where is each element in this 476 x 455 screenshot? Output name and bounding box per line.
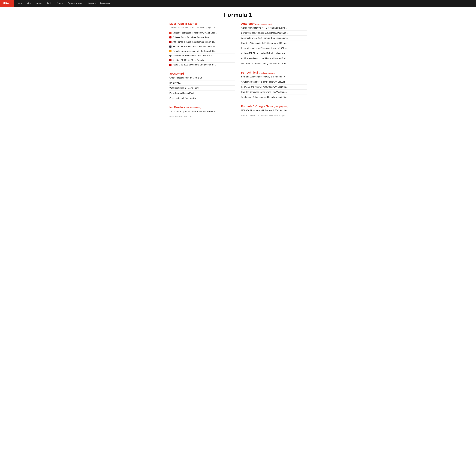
section-title-f1technical[interactable]: F1 Technical (241, 71, 258, 74)
list-item: MDLBEAST partners with Formula 1 STC Sau… (241, 108, 307, 113)
left-column: Most Popular StoriesThe most popular For… (169, 22, 235, 124)
story-link[interactable]: Austrian GP 2019 – FP1 – Results (173, 59, 204, 61)
nav-item-tech[interactable]: Tech▾ (44, 0, 55, 7)
chevron-down-icon: ▾ (109, 3, 110, 4)
favicon-icon (169, 41, 171, 43)
nav-link-news[interactable]: News▾ (33, 0, 44, 7)
story-link[interactable]: Alpine A521 F1 car unveiled following wi… (241, 52, 287, 54)
nav-menu: HomeViralNews▾Tech▾SportsEntertainment▾L… (14, 0, 112, 7)
story-link[interactable]: Brivio: "Not easy" leaving Suzuki MotoGP… (241, 32, 288, 34)
nav-item-home[interactable]: Home (14, 0, 25, 7)
section-title-autosport[interactable]: Auto Sport (241, 22, 256, 25)
chevron-down-icon: ▾ (52, 3, 52, 4)
story-link[interactable]: Pedro Diniz 2021 Beyond the Grid podcast… (173, 64, 216, 66)
list-item: Chinese Grand Prix - Free Practice Two (169, 35, 235, 40)
nav-item-business[interactable]: Business▾ (98, 0, 112, 7)
story-link[interactable]: Vettel confirmed at Racing Point (169, 87, 199, 89)
list-item: Hamilton dominates Qatar Grand Prix, Ver… (241, 89, 307, 95)
list-item: Mercedes confesses to hiding new W12 F1 … (241, 61, 307, 66)
list-item: Mercedes confesses to hiding new W12 F1 … (169, 31, 235, 35)
right-column: Auto Sport(www.autosport.com)Alonso "com… (241, 22, 307, 124)
story-link[interactable]: Verstappen, Bottas penalised for yellow … (241, 96, 287, 98)
list-item: Green Notebook from the Côte-d'Or (169, 75, 235, 81)
nav-link-home[interactable]: Home (14, 0, 25, 7)
list-item: Brivio: "Not easy" leaving Suzuki MotoGP… (241, 31, 307, 36)
story-link[interactable]: Hamilton dominates Qatar Grand Prix, Ver… (241, 91, 287, 93)
list-item: Frank Williams: 1942-2021 (169, 114, 235, 119)
section-joesaward: JoesawardGreen Notebook from the Côte-d'… (169, 72, 235, 101)
story-link[interactable]: MDLBEAST partners with Formula 1 STC Sau… (241, 109, 289, 112)
favicon-icon (169, 36, 171, 39)
nav-link-business[interactable]: Business▾ (98, 0, 112, 7)
list-item: Pedro Diniz 2021 Beyond the Grid podcast… (169, 63, 235, 67)
story-link[interactable]: Alfa Romeo extends its partnership with … (173, 41, 216, 43)
nav-item-lifestyle[interactable]: Lifestyle▾ (84, 0, 98, 7)
favicon-icon (169, 55, 171, 57)
list-item: Alonso "completely fit" for F1 testing a… (241, 25, 307, 31)
story-link[interactable]: Kvyat joins Alpine as F1 reserve driver … (241, 47, 288, 49)
story-link[interactable]: Sir Frank Williams passes away at the ag… (241, 76, 285, 78)
story-link[interactable]: FP3: Bottas tops final practice as Merce… (173, 45, 217, 48)
nav-link-tech[interactable]: Tech▾ (44, 0, 55, 7)
list-item: FP3: Bottas tops final practice as Merce… (169, 44, 235, 49)
list-item: Horner: 'In Formula 1 we don't save live… (241, 113, 307, 118)
list-item: Sir Frank Williams passes away at the ag… (241, 74, 307, 79)
story-link[interactable]: Horner: 'In Formula 1 we don't save live… (241, 114, 288, 117)
story-link[interactable]: Alfa Romeo extends its partnership with … (241, 81, 285, 83)
story-link[interactable]: Frank Williams: 1942-2021 (169, 115, 194, 118)
list-item: Alpine A521 F1 car unveiled following wi… (241, 51, 307, 56)
nav-item-news[interactable]: News▾ (33, 0, 44, 7)
plain-list-autosport: Alonso "completely fit" for F1 testing a… (241, 25, 307, 66)
list-item: Green Notebook from Virgilio (169, 96, 235, 101)
favicon-icon (169, 64, 171, 66)
story-link[interactable]: Williams to reveal 2021 Formula 1 car us… (241, 37, 288, 39)
section-url-f1googlenews: (news.google.com) (274, 106, 288, 108)
story-link[interactable]: Wolff: Mercedes won't be "flirting" with… (241, 57, 287, 59)
section-title-joesaward[interactable]: Joesaward (169, 72, 184, 75)
section-title-no-fenders[interactable]: No Fenders (169, 106, 185, 109)
story-link[interactable]: Mercedes confesses to hiding new W12 F1 … (241, 62, 288, 65)
section-description-most-popular: The most popular Formula 1 stories on Al… (169, 26, 235, 29)
plain-list-no-fenders: Two Thumbs Up for Sir Lewis, Rossi Races… (169, 109, 235, 119)
story-link[interactable]: I'm moving... (169, 82, 181, 84)
story-link[interactable]: Hamilton: Winning eighth F1 title or not… (241, 42, 287, 44)
story-link[interactable]: Chinese Grand Prix - Free Practice Two (173, 36, 209, 39)
story-link[interactable]: Two Thumbs Up for Sir Lewis, Rossi Races… (169, 110, 218, 113)
nav-link-entertainment[interactable]: Entertainment▾ (65, 0, 84, 7)
list-item: Formula 1 and MotoGP renew deal with Spa… (241, 84, 307, 89)
nav-link-lifestyle[interactable]: Lifestyle▾ (84, 0, 98, 7)
favicon-icon (169, 59, 171, 61)
section-url-autosport: (www.autosport.com) (257, 23, 272, 25)
list-item: Two Thumbs Up for Sir Lewis, Rossi Races… (169, 109, 235, 114)
nav-item-entertainment[interactable]: Entertainment▾ (65, 0, 84, 7)
list-item: Perez leaving Racing Point (169, 91, 235, 96)
list-item: Verstappen, Bottas penalised for yellow … (241, 95, 307, 100)
content-wrapper: Most Popular StoriesThe most popular For… (166, 22, 310, 130)
section-no-fenders: No Fenders(www.nofenders.net)Two Thumbs … (169, 105, 235, 119)
story-link[interactable]: Perez leaving Racing Point (169, 92, 194, 94)
list-item: Vettel confirmed at Racing Point (169, 86, 235, 91)
navbar: AllTop HomeViralNews▾Tech▾SportsEntertai… (0, 0, 476, 7)
section-title-f1googlenews[interactable]: Formula 1 Google News (241, 105, 273, 108)
list-item: Why Michael Schumacher Could Win The 201… (169, 53, 235, 58)
story-link[interactable]: Formula 1 renews its deal with the Spani… (173, 50, 216, 52)
story-link[interactable]: Green Notebook from Virgilio (169, 97, 196, 99)
story-link[interactable]: Alonso "completely fit" for F1 testing a… (241, 27, 288, 29)
brand-logo[interactable]: AllTop (0, 0, 14, 7)
list-item: Austrian GP 2019 – FP1 – Results (169, 58, 235, 63)
chevron-down-icon: ▾ (41, 3, 42, 4)
nav-link-sports[interactable]: Sports (55, 0, 65, 7)
section-url-f1technical: (www.f1technical.net) (259, 72, 275, 74)
chevron-down-icon: ▾ (95, 3, 96, 4)
story-link[interactable]: Green Notebook from the Côte-d'Or (169, 77, 202, 79)
nav-link-viral[interactable]: Viral (25, 0, 33, 7)
nav-item-sports[interactable]: Sports (55, 0, 65, 7)
nav-item-viral[interactable]: Viral (25, 0, 33, 7)
section-autosport: Auto Sport(www.autosport.com)Alonso "com… (241, 22, 307, 66)
story-link[interactable]: Formula 1 and MotoGP renew deal with Spa… (241, 86, 288, 88)
story-list-most-popular: Mercedes confesses to hiding new W12 F1 … (169, 31, 235, 67)
story-link[interactable]: Why Michael Schumacher Could Win The 201… (173, 55, 217, 57)
story-link[interactable]: Mercedes confesses to hiding new W12 F1 … (173, 32, 217, 34)
page-title: Formula 1 (0, 7, 476, 22)
section-f1technical: F1 Technical(www.f1technical.net)Sir Fra… (241, 71, 307, 100)
